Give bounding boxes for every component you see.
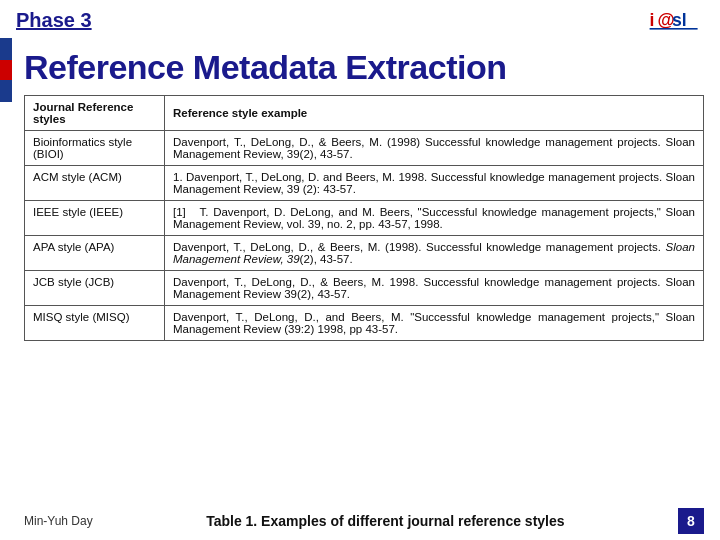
- table-row: IEEE style (IEEE) [1] T. Davenport, D. D…: [25, 201, 704, 236]
- col-header-style: Journal Reference styles: [25, 96, 165, 131]
- footer-author: Min-Yuh Day: [24, 514, 93, 528]
- red-square-accent: [0, 60, 12, 80]
- col-header-example: Reference style example: [165, 96, 704, 131]
- table-row: JCB style (JCB) Davenport, T., DeLong, D…: [25, 271, 704, 306]
- footer: Min-Yuh Day Table 1. Examples of differe…: [0, 508, 720, 534]
- footer-caption: Table 1. Examples of different journal r…: [93, 513, 678, 529]
- header: Phase 3 i @ sl: [0, 0, 720, 38]
- footer-page-number: 8: [678, 508, 704, 534]
- example-cell: 1. Davenport, T., DeLong, D. and Beers, …: [165, 166, 704, 201]
- style-cell: MISQ style (MISQ): [25, 306, 165, 341]
- example-cell: Davenport, T., DeLong, D., & Beers, M. 1…: [165, 271, 704, 306]
- main-title-area: Reference Metadata Extraction: [0, 38, 720, 95]
- style-cell: IEEE style (IEEE): [25, 201, 165, 236]
- table-row: MISQ style (MISQ) Davenport, T., DeLong,…: [25, 306, 704, 341]
- phase-title: Phase 3: [16, 9, 92, 32]
- svg-text:i: i: [650, 10, 655, 30]
- table-row: APA style (APA) Davenport, T., DeLong, D…: [25, 236, 704, 271]
- table-row: ACM style (ACM) 1. Davenport, T., DeLong…: [25, 166, 704, 201]
- table-container: Journal Reference styles Reference style…: [24, 95, 704, 341]
- style-cell: APA style (APA): [25, 236, 165, 271]
- svg-text:sl: sl: [672, 10, 687, 30]
- logo: i @ sl: [648, 6, 704, 34]
- reference-styles-table: Journal Reference styles Reference style…: [24, 95, 704, 341]
- example-cell: Davenport, T., DeLong, D., & Beers, M. (…: [165, 131, 704, 166]
- table-row: Bioinformatics style (BIOI) Davenport, T…: [25, 131, 704, 166]
- example-cell: Davenport, T., DeLong, D., and Beers, M.…: [165, 306, 704, 341]
- svg-rect-3: [650, 28, 698, 30]
- example-cell: [1] T. Davenport, D. DeLong, and M. Beer…: [165, 201, 704, 236]
- main-title: Reference Metadata Extraction: [24, 48, 704, 87]
- style-cell: ACM style (ACM): [25, 166, 165, 201]
- style-cell: Bioinformatics style (BIOI): [25, 131, 165, 166]
- example-cell: Davenport, T., DeLong, D., & Beers, M. (…: [165, 236, 704, 271]
- style-cell: JCB style (JCB): [25, 271, 165, 306]
